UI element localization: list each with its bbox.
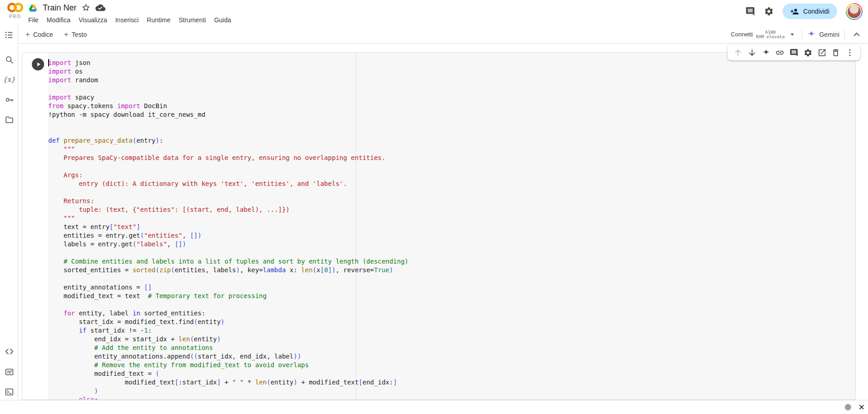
code-line[interactable]: modified_text = ( [48,369,855,378]
comments-icon[interactable] [745,6,755,16]
star-icon[interactable] [81,3,90,12]
code-token: entry [136,137,156,144]
code-token: (( [190,353,198,360]
code-line[interactable]: labels = entry.get("labels", []) [48,240,855,249]
code-line[interactable]: """ [48,145,855,154]
header: PRO Train Ner FileModificaVisualizzaInse… [0,0,868,25]
code-line[interactable] [48,162,855,171]
close-icon[interactable]: ✕ [858,404,865,411]
code-line[interactable]: if start_idx != -1: [48,326,855,335]
code-token: modified_text = text [48,292,148,299]
code-token: from [48,102,64,110]
search-icon[interactable] [0,53,18,66]
code-line[interactable]: def prepare_spacy_data(entry): [48,136,855,145]
code-line[interactable] [48,249,855,257]
files-icon[interactable] [0,113,18,126]
code-line[interactable]: # Add the entity to annotations [48,344,855,352]
code-line[interactable]: entity_annotations.append((start_idx, en… [48,352,855,361]
colab-logo[interactable]: PRO [4,3,26,19]
ask-gemini-icon[interactable] [762,48,771,57]
code-line[interactable]: entities = entry.get("entities", []) [48,231,855,240]
code-token: end_idx = start_idx + [48,335,179,343]
code-line[interactable]: # Remove the entity from modified_text t… [48,361,855,369]
collapse-header-icon[interactable] [850,30,863,40]
code-line[interactable]: tuple: (text, {"entities": [(start, end,… [48,205,855,214]
code-line[interactable]: # Combine entities and labels into a lis… [48,257,855,266]
copy-link-to-cell-icon[interactable] [775,48,784,57]
avatar[interactable] [846,3,863,20]
menu-item-modifica[interactable]: Modifica [43,15,75,25]
code-line[interactable] [48,85,855,93]
cloud-saved-icon[interactable] [95,3,105,13]
code-token: # Combine entities and labels into a lis… [48,258,408,265]
menu-item-file[interactable]: File [24,15,43,25]
code-line[interactable]: modified_text[:start_idx] + " " * len(en… [48,378,855,387]
notebook-title[interactable]: Train Ner [43,3,76,13]
code-snippets-icon[interactable] [0,344,18,358]
pro-badge: PRO [4,14,26,19]
settings-gear-icon[interactable] [764,6,774,16]
code-line[interactable]: Returns: [48,197,855,205]
menu-item-runtime[interactable]: Runtime [143,15,175,25]
secrets-icon[interactable] [0,93,18,106]
code-token: : [148,327,151,334]
code-token: ( [140,232,144,239]
code-line[interactable]: for entity, label in sorted_entities: [48,309,855,318]
code-line[interactable]: modified_text = text # Temporary text fo… [48,292,855,300]
code-token [48,387,94,394]
add-code-button[interactable]: + Codice [20,28,59,41]
code-line[interactable]: import random [48,76,855,85]
code-line[interactable]: ) [48,387,855,395]
menu-item-inserisci[interactable]: Inserisci [111,15,142,25]
connect-button[interactable]: Connetti A100 RAM elevata [731,30,796,39]
code-line[interactable]: text = entry["text"] [48,223,855,231]
code-token: [] [144,284,152,291]
code-line[interactable] [48,300,855,309]
open-editor-settings-icon[interactable] [803,48,813,57]
code-token [48,327,79,334]
more-cell-actions-icon[interactable] [845,48,854,57]
variables-icon[interactable]: {x} [0,73,18,86]
code-line[interactable]: entity_annotations = [] [48,283,855,292]
table-of-contents-icon[interactable] [0,28,18,42]
menu-item-guida[interactable]: Guida [210,15,235,25]
command-palette-icon[interactable] [0,365,18,379]
code-line[interactable]: else: [48,395,855,399]
run-cell-button[interactable] [32,58,44,70]
code-editor[interactable]: import jsonimport osimport randomimport … [48,53,855,399]
avatar-photo [847,4,862,19]
code-line[interactable]: end_idx = start_idx + len(entity) [48,335,855,344]
gemini-button[interactable]: Gemini [807,30,839,39]
mirror-cell-icon[interactable] [818,48,827,57]
code-token: import [48,76,71,84]
move-cell-down-icon[interactable] [748,48,757,57]
add-text-button[interactable]: + Testo [59,28,92,41]
menu-item-visualizza[interactable]: Visualizza [75,15,111,25]
code-line[interactable]: Args: [48,171,855,180]
terminal-icon[interactable] [0,385,18,399]
code-line[interactable]: sorted_entities = sorted(zip(entities, l… [48,266,855,274]
code-line[interactable]: import os [48,67,855,76]
code-line[interactable]: start_idx = modified_text.find(entity) [48,318,855,326]
code-line[interactable]: !python -m spacy download it_core_news_m… [48,110,855,119]
code-line[interactable] [48,274,855,283]
code-token: entities = entry.get [48,232,140,239]
add-comment-icon[interactable] [789,48,798,57]
code-line[interactable]: import spacy [48,93,855,102]
caret-down-icon[interactable] [788,30,797,39]
code-line[interactable]: """ [48,214,855,223]
code-line[interactable]: Prepares SpaCy-compatible data for a sin… [48,154,855,162]
code-line[interactable] [48,188,855,197]
code-token: !python -m spacy download it_core_news_m… [48,111,206,118]
code-line[interactable]: from spacy.tokens import DocBin [48,102,855,110]
code-cell[interactable]: import jsonimport osimport randomimport … [22,52,856,400]
menu-item-strumenti[interactable]: Strumenti [175,15,210,25]
share-button[interactable]: Condividi [783,4,837,19]
code-line[interactable] [48,128,855,136]
code-token: DocBin [140,102,167,110]
ram-label: RAM elevata [756,35,785,39]
code-token: for [64,309,75,317]
code-line[interactable] [48,119,855,128]
code-line[interactable]: entry (dict): A dictionary with keys 'te… [48,180,855,188]
delete-cell-icon[interactable] [831,48,840,57]
